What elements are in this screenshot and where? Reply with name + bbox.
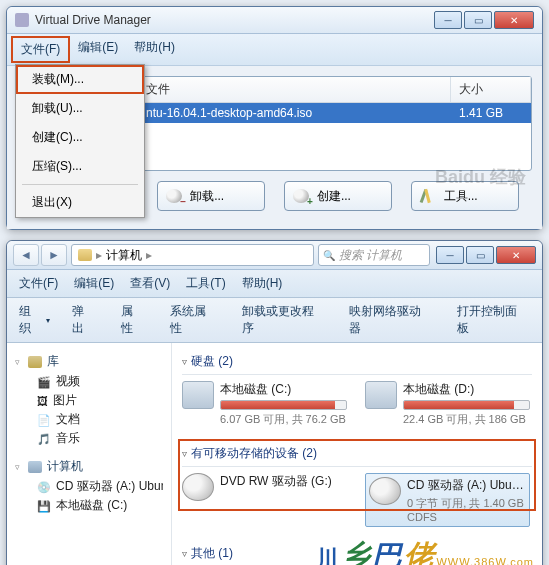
drive-capacity-text: 6.07 GB 可用, 共 76.2 GB [220, 412, 347, 427]
hdd-icon [365, 381, 397, 409]
drive-capacity-text: 0 字节 可用, 共 1.40 GB [407, 496, 526, 511]
menu-tools[interactable]: 工具(T) [178, 272, 233, 295]
drive-name: DVD RW 驱动器 (G:) [220, 473, 347, 490]
video-icon [37, 375, 51, 389]
minimize-button[interactable]: ─ [436, 246, 464, 264]
menu-mount[interactable]: 装载(M)... [16, 65, 144, 94]
disc-minus-icon [166, 189, 182, 203]
menu-view[interactable]: 查看(V) [122, 272, 178, 295]
nav-documents[interactable]: 文档 [15, 410, 163, 429]
explorer-menubar: 文件(F) 编辑(E) 查看(V) 工具(T) 帮助(H) [7, 270, 542, 298]
tools-button[interactable]: 工具... [411, 181, 519, 211]
file-row-selected[interactable]: ntu-16.04.1-desktop-amd64.iso 1.41 GB [138, 103, 531, 123]
nav-music[interactable]: 音乐 [15, 429, 163, 448]
computer-icon [78, 249, 92, 261]
main-pane: 硬盘 (2) 本地磁盘 (C:) 6.07 GB 可用, 共 76.2 GB 本… [172, 343, 542, 565]
map-network-drive-button[interactable]: 映射网络驱动器 [343, 301, 440, 339]
breadcrumb-chevron-icon: ▸ [146, 248, 152, 262]
file-list: 文件 大小 ntu-16.04.1-desktop-amd64.iso 1.41… [137, 76, 532, 171]
organize-button[interactable]: 组织 [13, 301, 56, 339]
menu-unload[interactable]: 卸载(U)... [16, 94, 144, 123]
minimize-button[interactable]: ─ [434, 11, 462, 29]
menu-help[interactable]: 帮助(H) [126, 36, 183, 63]
navigation-pane: ▿库 视频 图片 文档 音乐 ▿计算机 CD 驱动器 (A:) Ubuntu 1… [7, 343, 172, 565]
app-icon [15, 13, 29, 27]
tools-icon [420, 189, 436, 203]
menu-edit[interactable]: 编辑(E) [70, 36, 126, 63]
nav-forward-button[interactable]: ► [41, 244, 67, 266]
menu-file[interactable]: 文件(F) [11, 272, 66, 295]
close-button[interactable]: ✕ [494, 11, 534, 29]
unload-button[interactable]: 卸载... [157, 181, 265, 211]
file-list-header: 文件 大小 [138, 77, 531, 103]
close-button[interactable]: ✕ [496, 246, 536, 264]
nav-group-libraries[interactable]: ▿库 [15, 351, 163, 372]
breadcrumb-bar[interactable]: ▸ 计算机 ▸ [71, 244, 314, 266]
nav-videos[interactable]: 视频 [15, 372, 163, 391]
system-properties-button[interactable]: 系统属性 [164, 301, 226, 339]
file-size: 1.41 GB [451, 103, 531, 123]
group-removable[interactable]: 有可移动存储的设备 (2) [182, 441, 532, 467]
nav-pictures[interactable]: 图片 [15, 391, 163, 410]
drive-name: 本地磁盘 (D:) [403, 381, 530, 398]
file-name: ntu-16.04.1-desktop-amd64.iso [138, 103, 451, 123]
menubar: 文件(F) 编辑(E) 帮助(H) [7, 34, 542, 66]
breadcrumb-chevron-icon: ▸ [96, 248, 102, 262]
drive-name: CD 驱动器 (A:) Ubuntu 16.04.1 L [407, 477, 526, 494]
control-panel-button[interactable]: 打开控制面板 [451, 301, 536, 339]
capacity-bar [220, 400, 347, 410]
file-dropdown-menu: 装载(M)... 卸载(U)... 创建(C)... 压缩(S)... 退出(X… [15, 64, 145, 218]
dvd-icon [182, 473, 214, 501]
menu-create[interactable]: 创建(C)... [16, 123, 144, 152]
explorer-toolbar: 组织 弹出 属性 系统属性 卸载或更改程序 映射网络驱动器 打开控制面板 [7, 298, 542, 343]
nav-group-computer[interactable]: ▿计算机 [15, 456, 163, 477]
explorer-window: ◄ ► ▸ 计算机 ▸ 搜索 计算机 ─ ▭ ✕ 文件(F) 编辑(E) 查看(… [6, 240, 543, 565]
col-header-name[interactable]: 文件 [138, 77, 451, 102]
drive-dvd[interactable]: DVD RW 驱动器 (G:) [182, 473, 347, 527]
maximize-button[interactable]: ▭ [466, 246, 494, 264]
titlebar[interactable]: Virtual Drive Manager ─ ▭ ✕ [7, 7, 542, 34]
window-content: 装载(M)... 卸载(U)... 创建(C)... 压缩(S)... 退出(X… [7, 66, 542, 229]
menu-help[interactable]: 帮助(H) [234, 272, 291, 295]
group-hard-disks[interactable]: 硬盘 (2) [182, 349, 532, 375]
col-header-size[interactable]: 大小 [451, 77, 531, 102]
menu-compress[interactable]: 压缩(S)... [16, 152, 144, 181]
drive-d[interactable]: 本地磁盘 (D:) 22.4 GB 可用, 共 186 GB [365, 381, 530, 427]
hdd-icon [37, 499, 51, 513]
virtual-drive-manager-window: Virtual Drive Manager ─ ▭ ✕ 文件(F) 编辑(E) … [6, 6, 543, 230]
menu-file[interactable]: 文件(F) [11, 36, 70, 63]
nav-cd-drive[interactable]: CD 驱动器 (A:) Ubuntu 16.04.1 L [15, 477, 163, 496]
search-input[interactable]: 搜索 计算机 [318, 244, 430, 266]
library-icon [28, 356, 42, 368]
capacity-bar [403, 400, 530, 410]
computer-icon [28, 461, 42, 473]
menu-separator [22, 184, 138, 185]
group-other[interactable]: 其他 (1) [182, 541, 532, 565]
drive-capacity-text: 22.4 GB 可用, 共 186 GB [403, 412, 530, 427]
drive-c[interactable]: 本地磁盘 (C:) 6.07 GB 可用, 共 76.2 GB [182, 381, 347, 427]
drive-name: 本地磁盘 (C:) [220, 381, 347, 398]
drive-filesystem: CDFS [407, 511, 526, 523]
drive-cd-selected[interactable]: CD 驱动器 (A:) Ubuntu 16.04.1 L 0 字节 可用, 共 … [365, 473, 530, 527]
menu-edit[interactable]: 编辑(E) [66, 272, 122, 295]
cd-icon [37, 480, 51, 494]
cd-icon [369, 477, 401, 505]
pictures-icon [37, 394, 48, 408]
disc-create-icon [293, 189, 309, 203]
hdd-icon [182, 381, 214, 409]
maximize-button[interactable]: ▭ [464, 11, 492, 29]
window-title: Virtual Drive Manager [35, 13, 432, 27]
create-button[interactable]: 创建... [284, 181, 392, 211]
nav-local-disk-c[interactable]: 本地磁盘 (C:) [15, 496, 163, 515]
explorer-titlebar[interactable]: ◄ ► ▸ 计算机 ▸ 搜索 计算机 ─ ▭ ✕ [7, 241, 542, 270]
breadcrumb-item[interactable]: 计算机 [106, 247, 142, 264]
nav-back-button[interactable]: ◄ [13, 244, 39, 266]
music-icon [37, 432, 51, 446]
documents-icon [37, 413, 51, 427]
uninstall-button[interactable]: 卸载或更改程序 [236, 301, 333, 339]
menu-exit[interactable]: 退出(X) [16, 188, 144, 217]
explorer-body: ▿库 视频 图片 文档 音乐 ▿计算机 CD 驱动器 (A:) Ubuntu 1… [7, 343, 542, 565]
properties-button[interactable]: 属性 [115, 301, 154, 339]
eject-button[interactable]: 弹出 [66, 301, 105, 339]
